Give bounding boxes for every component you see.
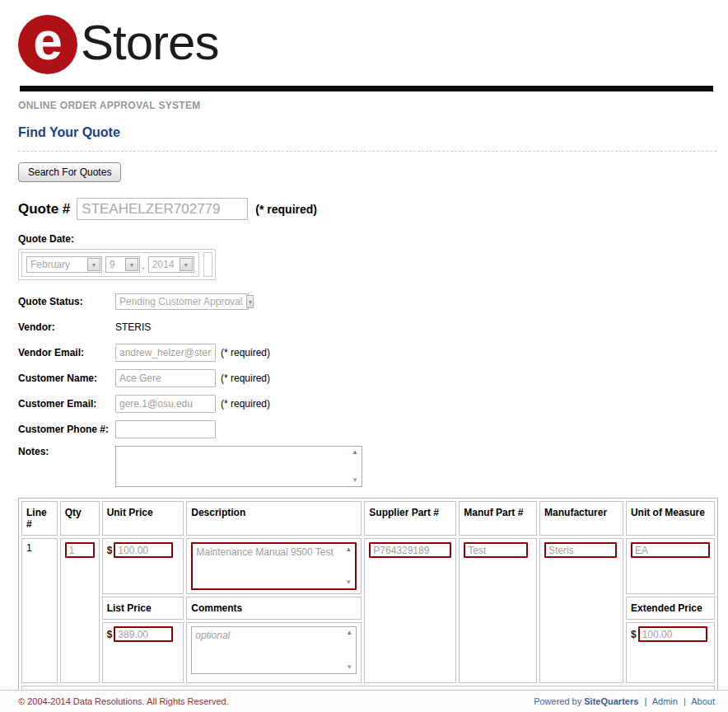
chevron-down-icon: ▼ (180, 258, 193, 271)
scroll-up-icon[interactable]: ▲ (346, 630, 352, 636)
estores-logo-word: Stores (81, 14, 218, 71)
search-for-quotes-button[interactable]: Search For Quotes (18, 162, 121, 182)
scroll-up-icon[interactable]: ▲ (345, 546, 352, 553)
table-header-row: Line # Qty Unit Price Description Suppli… (21, 501, 715, 536)
page-title: Find Your Quote (18, 125, 716, 140)
description-cell: Maintenance Manual 9500 Test ▲ ▼ (186, 538, 362, 594)
chevron-down-icon: ▼ (87, 258, 100, 271)
list-price-cell: $ (102, 622, 184, 683)
list-price-input[interactable] (114, 626, 173, 642)
notes-textarea-frame: ▲ ▼ (115, 446, 362, 487)
quote-date-separator: , (142, 259, 145, 271)
scroll-up-icon[interactable]: ▲ (352, 449, 358, 456)
customer-name-input[interactable] (115, 369, 216, 387)
estores-logo-e-icon: e (18, 15, 77, 74)
vendor-row: Vendor: STERIS (18, 318, 716, 336)
dashed-divider (18, 151, 716, 152)
quote-date-month-value: February (27, 259, 73, 270)
supplier-part-cell (364, 538, 456, 683)
footer-separator: | (684, 696, 686, 706)
vendor-email-label: Vendor Email: (18, 347, 115, 358)
estores-logo: e Stores (18, 10, 716, 79)
qty-input[interactable] (65, 542, 95, 558)
quote-form: Quote Status: Pending Customer Approval … (18, 293, 716, 487)
description-scrollbar[interactable]: ▲ ▼ (342, 544, 355, 588)
supplier-part-input[interactable] (369, 542, 451, 558)
about-link[interactable]: About (691, 696, 715, 706)
quote-date-day-select[interactable]: 9 ▼ (105, 256, 140, 273)
header-divider-bar (20, 86, 713, 91)
scroll-down-icon[interactable]: ▼ (352, 477, 358, 484)
page-footer: © 2004-2014 Data Resolutions. All Rights… (0, 690, 728, 712)
vendor-value: STERIS (115, 321, 151, 333)
vendor-email-input[interactable] (115, 344, 216, 362)
footer-links: Powered by SiteQuarters | Admin | About (534, 696, 715, 706)
order-approval-page: e Stores ONLINE ORDER APPROVAL SYSTEM Fi… (0, 0, 728, 712)
customer-phone-input[interactable] (115, 420, 216, 438)
quote-number-input[interactable] (77, 198, 248, 220)
table-row: 1 $ Maintenance Manual 9500 Test ▲ ▼ (21, 538, 715, 594)
quote-date-month-select[interactable]: February ▼ (26, 256, 102, 273)
notes-textarea[interactable] (116, 447, 348, 486)
quote-status-value: Pending Customer Approval (116, 296, 245, 307)
quote-date-group: February ▼ 9 ▼ , 2014 ▼ (18, 249, 216, 280)
quote-date-side-box (203, 252, 212, 277)
sitequarters-link[interactable]: SiteQuarters (584, 696, 638, 706)
comments-cell: ▲ ▼ (186, 622, 362, 683)
customer-name-label: Customer Name: (18, 372, 115, 384)
col-header-description: Description (186, 501, 362, 536)
quote-date-day-value: 9 (106, 259, 119, 270)
currency-symbol: $ (107, 545, 113, 556)
vendor-email-row: Vendor Email: (* required) (18, 344, 716, 362)
copyright-text: © 2004-2014 Data Resolutions. All Rights… (18, 696, 229, 706)
admin-link[interactable]: Admin (652, 696, 678, 706)
customer-email-input[interactable] (115, 395, 216, 413)
col-header-manufacturer: Manufacturer (539, 501, 623, 536)
uom-cell (626, 538, 715, 594)
comments-scrollbar[interactable]: ▲ ▼ (343, 627, 356, 673)
customer-email-row: Customer Email: (* required) (18, 395, 716, 413)
description-textarea-frame: Maintenance Manual 9500 Test ▲ ▼ (191, 542, 357, 590)
col-header-comments: Comments (186, 597, 362, 620)
line-items-table: Line # Qty Unit Price Description Suppli… (18, 498, 718, 712)
system-tagline: ONLINE ORDER APPROVAL SYSTEM (18, 100, 716, 111)
customer-email-required-note: (* required) (221, 398, 270, 410)
qty-cell (60, 538, 100, 683)
vendor-email-required-note: (* required) (221, 347, 270, 358)
extended-price-cell: $ (626, 622, 715, 683)
col-header-supplier-part: Supplier Part # (364, 501, 456, 536)
quote-status-label: Quote Status: (18, 296, 115, 307)
comments-textarea[interactable] (192, 627, 343, 673)
scroll-down-icon[interactable]: ▼ (345, 579, 352, 586)
notes-row: Notes: ▲ ▼ (18, 446, 716, 487)
powered-by-text: Powered by (534, 696, 581, 706)
chevron-down-icon: ▼ (246, 295, 254, 308)
notes-scrollbar[interactable]: ▲ ▼ (348, 447, 362, 486)
col-header-extended-price: Extended Price (626, 597, 715, 620)
currency-symbol: $ (631, 629, 637, 640)
manufacturer-cell (539, 538, 623, 683)
scroll-down-icon[interactable]: ▼ (346, 664, 352, 671)
col-header-list-price: List Price (102, 597, 184, 620)
customer-phone-label: Customer Phone #: (18, 424, 115, 435)
description-textarea[interactable]: Maintenance Manual 9500 Test (193, 544, 342, 588)
unit-price-input[interactable] (114, 542, 173, 558)
customer-name-required-note: (* required) (221, 372, 270, 384)
col-header-uom: Unit of Measure (626, 501, 715, 536)
quote-date-year-value: 2014 (149, 259, 178, 270)
line-number-cell: 1 (21, 538, 58, 683)
currency-symbol: $ (107, 629, 113, 640)
quote-date-year-select[interactable]: 2014 ▼ (148, 256, 194, 273)
uom-input[interactable] (631, 542, 710, 558)
manuf-part-cell (459, 538, 537, 683)
customer-email-label: Customer Email: (18, 398, 115, 410)
quote-number-required-note: (* required) (255, 203, 317, 216)
col-header-qty: Qty (60, 501, 100, 536)
quote-status-select[interactable]: Pending Customer Approval ▼ (115, 293, 249, 310)
comments-textarea-frame: ▲ ▼ (191, 626, 357, 674)
manufacturer-input[interactable] (544, 542, 617, 558)
extended-price-input[interactable] (638, 626, 707, 642)
notes-label: Notes: (18, 446, 115, 457)
manuf-part-input[interactable] (464, 542, 528, 558)
quote-number-row: Quote # (* required) (18, 198, 716, 220)
